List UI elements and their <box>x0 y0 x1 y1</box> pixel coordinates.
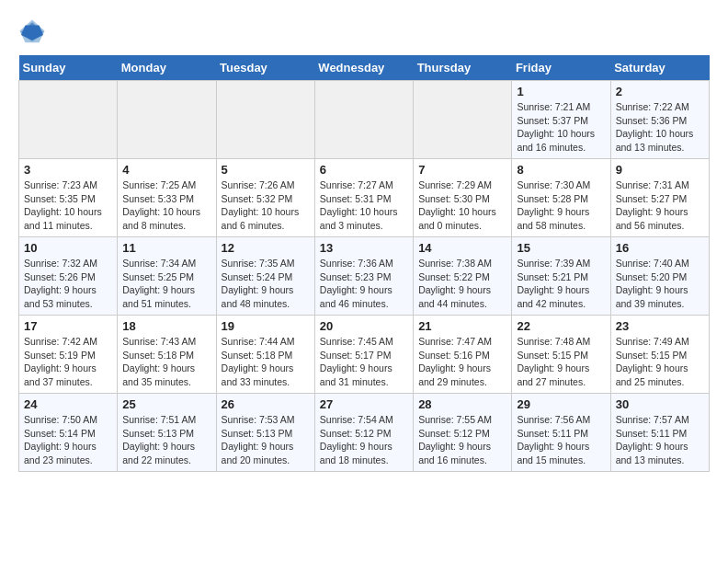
calendar-table: SundayMondayTuesdayWednesdayThursdayFrid… <box>18 55 710 472</box>
day-number: 23 <box>616 319 704 333</box>
weekday-header-row: SundayMondayTuesdayWednesdayThursdayFrid… <box>19 55 710 81</box>
logo <box>18 18 51 46</box>
day-number: 15 <box>517 241 605 255</box>
day-info: Sunrise: 7:29 AMSunset: 5:30 PMDaylight:… <box>418 178 506 233</box>
calendar-cell: 2Sunrise: 7:22 AMSunset: 5:36 PMDaylight… <box>610 81 709 159</box>
calendar-cell <box>314 81 413 159</box>
day-number: 5 <box>222 163 310 177</box>
page-header <box>18 18 710 46</box>
day-info: Sunrise: 7:40 AMSunset: 5:20 PMDaylight:… <box>616 257 704 311</box>
day-info: Sunrise: 7:45 AMSunset: 5:17 PMDaylight:… <box>320 335 408 389</box>
calendar-cell <box>118 81 216 159</box>
day-number: 13 <box>320 241 408 255</box>
logo-icon <box>18 18 46 46</box>
day-info: Sunrise: 7:42 AMSunset: 5:19 PMDaylight:… <box>24 335 112 389</box>
day-number: 26 <box>222 397 310 411</box>
calendar-cell: 13Sunrise: 7:36 AMSunset: 5:23 PMDayligh… <box>314 237 413 316</box>
day-info: Sunrise: 7:50 AMSunset: 5:14 PMDaylight:… <box>24 413 112 467</box>
calendar-cell: 16Sunrise: 7:40 AMSunset: 5:20 PMDayligh… <box>610 237 709 316</box>
weekday-header-tuesday: Tuesday <box>216 55 314 81</box>
day-info: Sunrise: 7:55 AMSunset: 5:12 PMDaylight:… <box>418 413 506 467</box>
day-info: Sunrise: 7:47 AMSunset: 5:16 PMDaylight:… <box>418 335 506 389</box>
day-info: Sunrise: 7:44 AMSunset: 5:18 PMDaylight:… <box>222 335 310 389</box>
day-info: Sunrise: 7:56 AMSunset: 5:11 PMDaylight:… <box>517 413 605 467</box>
day-info: Sunrise: 7:53 AMSunset: 5:13 PMDaylight:… <box>222 413 310 467</box>
day-info: Sunrise: 7:32 AMSunset: 5:26 PMDaylight:… <box>24 257 112 311</box>
calendar-cell: 24Sunrise: 7:50 AMSunset: 5:14 PMDayligh… <box>19 394 118 472</box>
calendar-cell: 10Sunrise: 7:32 AMSunset: 5:26 PMDayligh… <box>19 237 118 316</box>
calendar-cell <box>216 81 314 159</box>
calendar-cell: 21Sunrise: 7:47 AMSunset: 5:16 PMDayligh… <box>414 316 512 394</box>
day-number: 6 <box>320 163 408 177</box>
day-info: Sunrise: 7:34 AMSunset: 5:25 PMDaylight:… <box>122 257 210 311</box>
calendar-cell: 22Sunrise: 7:48 AMSunset: 5:15 PMDayligh… <box>512 316 610 394</box>
day-number: 21 <box>418 319 506 333</box>
calendar-cell: 17Sunrise: 7:42 AMSunset: 5:19 PMDayligh… <box>19 316 118 394</box>
calendar-cell: 7Sunrise: 7:29 AMSunset: 5:30 PMDaylight… <box>414 159 512 237</box>
day-info: Sunrise: 7:27 AMSunset: 5:31 PMDaylight:… <box>320 178 408 233</box>
calendar-cell: 20Sunrise: 7:45 AMSunset: 5:17 PMDayligh… <box>314 316 413 394</box>
calendar-cell: 15Sunrise: 7:39 AMSunset: 5:21 PMDayligh… <box>512 237 610 316</box>
calendar-cell: 9Sunrise: 7:31 AMSunset: 5:27 PMDaylight… <box>610 159 709 237</box>
week-row-2: 3Sunrise: 7:23 AMSunset: 5:35 PMDaylight… <box>19 159 710 237</box>
calendar-cell <box>19 81 118 159</box>
weekday-header-thursday: Thursday <box>414 55 512 81</box>
week-row-1: 1Sunrise: 7:21 AMSunset: 5:37 PMDaylight… <box>19 81 710 159</box>
day-info: Sunrise: 7:38 AMSunset: 5:22 PMDaylight:… <box>418 257 506 311</box>
calendar-cell: 23Sunrise: 7:49 AMSunset: 5:15 PMDayligh… <box>610 316 709 394</box>
day-number: 2 <box>616 85 704 98</box>
day-number: 22 <box>517 319 605 333</box>
day-number: 1 <box>517 85 605 98</box>
calendar-cell: 8Sunrise: 7:30 AMSunset: 5:28 PMDaylight… <box>512 159 610 237</box>
day-info: Sunrise: 7:22 AMSunset: 5:36 PMDaylight:… <box>616 100 704 155</box>
weekday-header-sunday: Sunday <box>19 55 118 81</box>
weekday-header-wednesday: Wednesday <box>314 55 413 81</box>
week-row-4: 17Sunrise: 7:42 AMSunset: 5:19 PMDayligh… <box>19 316 710 394</box>
day-number: 20 <box>320 319 408 333</box>
day-number: 24 <box>24 397 112 411</box>
day-info: Sunrise: 7:51 AMSunset: 5:13 PMDaylight:… <box>122 413 210 467</box>
day-info: Sunrise: 7:49 AMSunset: 5:15 PMDaylight:… <box>616 335 704 389</box>
day-info: Sunrise: 7:30 AMSunset: 5:28 PMDaylight:… <box>517 178 605 233</box>
day-number: 11 <box>122 241 210 255</box>
calendar-cell: 28Sunrise: 7:55 AMSunset: 5:12 PMDayligh… <box>414 394 512 472</box>
day-number: 12 <box>222 241 310 255</box>
calendar-cell: 27Sunrise: 7:54 AMSunset: 5:12 PMDayligh… <box>314 394 413 472</box>
day-info: Sunrise: 7:36 AMSunset: 5:23 PMDaylight:… <box>320 257 408 311</box>
day-number: 17 <box>24 319 112 333</box>
calendar-cell: 25Sunrise: 7:51 AMSunset: 5:13 PMDayligh… <box>118 394 216 472</box>
calendar-cell: 26Sunrise: 7:53 AMSunset: 5:13 PMDayligh… <box>216 394 314 472</box>
day-info: Sunrise: 7:43 AMSunset: 5:18 PMDaylight:… <box>122 335 210 389</box>
day-info: Sunrise: 7:21 AMSunset: 5:37 PMDaylight:… <box>517 100 605 155</box>
calendar-cell: 19Sunrise: 7:44 AMSunset: 5:18 PMDayligh… <box>216 316 314 394</box>
day-info: Sunrise: 7:26 AMSunset: 5:32 PMDaylight:… <box>222 178 310 233</box>
day-number: 29 <box>517 397 605 411</box>
day-number: 19 <box>222 319 310 333</box>
day-number: 3 <box>24 163 112 177</box>
weekday-header-friday: Friday <box>512 55 610 81</box>
calendar-cell: 3Sunrise: 7:23 AMSunset: 5:35 PMDaylight… <box>19 159 118 237</box>
day-number: 18 <box>122 319 210 333</box>
day-number: 30 <box>616 397 704 411</box>
week-row-5: 24Sunrise: 7:50 AMSunset: 5:14 PMDayligh… <box>19 394 710 472</box>
day-number: 7 <box>418 163 506 177</box>
day-number: 10 <box>24 241 112 255</box>
day-number: 8 <box>517 163 605 177</box>
calendar-cell: 4Sunrise: 7:25 AMSunset: 5:33 PMDaylight… <box>118 159 216 237</box>
calendar-cell: 1Sunrise: 7:21 AMSunset: 5:37 PMDaylight… <box>512 81 610 159</box>
day-info: Sunrise: 7:54 AMSunset: 5:12 PMDaylight:… <box>320 413 408 467</box>
calendar-cell <box>414 81 512 159</box>
calendar-cell: 5Sunrise: 7:26 AMSunset: 5:32 PMDaylight… <box>216 159 314 237</box>
day-number: 14 <box>418 241 506 255</box>
weekday-header-monday: Monday <box>118 55 216 81</box>
calendar-cell: 18Sunrise: 7:43 AMSunset: 5:18 PMDayligh… <box>118 316 216 394</box>
day-info: Sunrise: 7:57 AMSunset: 5:11 PMDaylight:… <box>616 413 704 467</box>
day-info: Sunrise: 7:25 AMSunset: 5:33 PMDaylight:… <box>122 178 210 233</box>
calendar-cell: 11Sunrise: 7:34 AMSunset: 5:25 PMDayligh… <box>118 237 216 316</box>
day-number: 9 <box>616 163 704 177</box>
day-number: 28 <box>418 397 506 411</box>
day-info: Sunrise: 7:23 AMSunset: 5:35 PMDaylight:… <box>24 178 112 233</box>
day-number: 25 <box>122 397 210 411</box>
weekday-header-saturday: Saturday <box>610 55 709 81</box>
calendar-cell: 14Sunrise: 7:38 AMSunset: 5:22 PMDayligh… <box>414 237 512 316</box>
